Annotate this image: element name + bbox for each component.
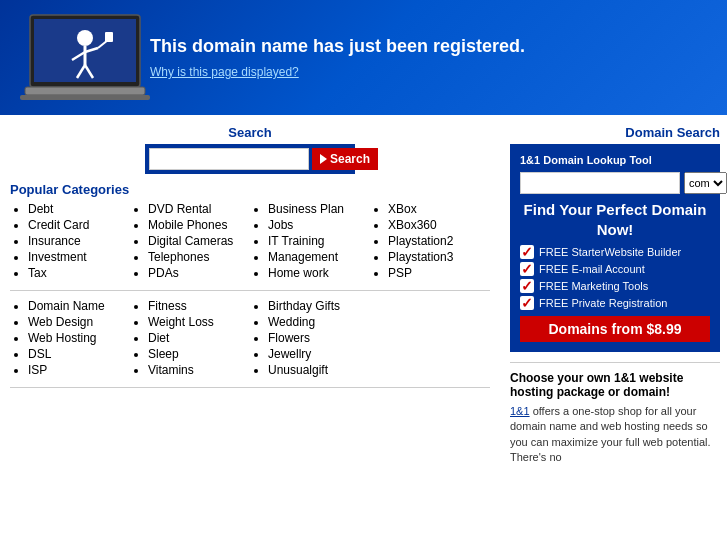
list-item: Birthday Gifts xyxy=(268,299,360,313)
list-item: Wedding xyxy=(268,315,360,329)
cat-list-1: Debt Credit Card Insurance Investment Ta… xyxy=(10,202,120,280)
list-item: PSP xyxy=(388,266,480,280)
domain-search-label: Domain Search xyxy=(510,125,720,140)
search-button[interactable]: Search xyxy=(312,148,378,170)
svg-rect-9 xyxy=(105,32,113,42)
feature-label-1: FREE StarterWebsite Builder xyxy=(539,246,681,258)
svg-point-2 xyxy=(77,30,93,46)
left-panel: Search Search Popular Categories Debt Cr… xyxy=(0,120,500,471)
list-item: ISP xyxy=(28,363,120,377)
hosting-section: Choose your own 1&1 website hosting pack… xyxy=(510,362,720,466)
hosting-body-text: offers a one-stop shop for all your doma… xyxy=(510,405,711,463)
search-label: Search xyxy=(10,125,490,140)
cat-col-5: Domain Name Web Design Web Hosting DSL I… xyxy=(10,299,130,379)
page-header: This domain name has just been registere… xyxy=(0,0,727,115)
list-item: DSL xyxy=(28,347,120,361)
right-panel: Domain Search 1&1 Domain Lookup Tool com… xyxy=(500,120,727,471)
divider-1 xyxy=(10,290,490,291)
categories-grid-1: Debt Credit Card Insurance Investment Ta… xyxy=(10,202,490,282)
feature-label-4: FREE Private Registration xyxy=(539,297,667,309)
domain-ext-select[interactable]: com net org info xyxy=(684,172,727,194)
domain-tagline: Find Your Perfect Domain Now! xyxy=(520,200,710,239)
feature-item-4: ✓ FREE Private Registration xyxy=(520,296,710,310)
checkmark-icon-1: ✓ xyxy=(520,245,534,259)
list-item: Home work xyxy=(268,266,360,280)
list-item: Fitness xyxy=(148,299,240,313)
list-item: XBox360 xyxy=(388,218,480,232)
list-item: Unusualgift xyxy=(268,363,360,377)
list-item: Credit Card xyxy=(28,218,120,232)
header-text-block: This domain name has just been registere… xyxy=(150,36,525,79)
domain-lookup-box: 1&1 Domain Lookup Tool com net org info … xyxy=(510,144,720,352)
search-arrow-icon xyxy=(320,154,327,164)
list-item: Insurance xyxy=(28,234,120,248)
search-box-wrapper: Search xyxy=(145,144,355,174)
header-title: This domain name has just been registere… xyxy=(150,36,525,57)
feature-label-2: FREE E-mail Account xyxy=(539,263,645,275)
checkmark-icon-3: ✓ xyxy=(520,279,534,293)
list-item: Investment xyxy=(28,250,120,264)
hosting-link[interactable]: 1&1 xyxy=(510,405,530,417)
main-container: Search Search Popular Categories Debt Cr… xyxy=(0,115,727,476)
cat-list-3: Business Plan Jobs IT Training Managemen… xyxy=(250,202,360,280)
list-item: Tax xyxy=(28,266,120,280)
list-item: Digital Cameras xyxy=(148,234,240,248)
svg-rect-11 xyxy=(20,95,150,100)
list-item: Web Design xyxy=(28,315,120,329)
list-item: Weight Loss xyxy=(148,315,240,329)
svg-rect-10 xyxy=(25,87,145,95)
checkmark-icon-2: ✓ xyxy=(520,262,534,276)
list-item: Playstation3 xyxy=(388,250,480,264)
search-section: Search Search xyxy=(10,125,490,174)
list-item: Debt xyxy=(28,202,120,216)
header-laptop-image xyxy=(20,10,150,105)
domain-lookup-title: 1&1 Domain Lookup Tool xyxy=(520,154,710,166)
header-subtitle-link[interactable]: Why is this page displayed? xyxy=(150,65,299,79)
search-input[interactable] xyxy=(149,148,309,170)
cat-list-6: Fitness Weight Loss Diet Sleep Vitamins xyxy=(130,299,240,377)
cat-list-5: Domain Name Web Design Web Hosting DSL I… xyxy=(10,299,120,377)
list-item: Vitamins xyxy=(148,363,240,377)
cat-list-4: XBox XBox360 Playstation2 Playstation3 P… xyxy=(370,202,480,280)
domain-text-input[interactable] xyxy=(520,172,680,194)
list-item: Sleep xyxy=(148,347,240,361)
list-item: Flowers xyxy=(268,331,360,345)
domain-input-row: com net org info Find xyxy=(520,172,710,194)
popular-categories-title: Popular Categories xyxy=(10,182,490,197)
list-item: Management xyxy=(268,250,360,264)
list-item: IT Training xyxy=(268,234,360,248)
feature-label-3: FREE Marketing Tools xyxy=(539,280,648,292)
list-item: XBox xyxy=(388,202,480,216)
checkmark-icon-4: ✓ xyxy=(520,296,534,310)
list-item: PDAs xyxy=(148,266,240,280)
list-item: Jewellry xyxy=(268,347,360,361)
cat-col-2: DVD Rental Mobile Phones Digital Cameras… xyxy=(130,202,250,282)
cat-list-7: Birthday Gifts Wedding Flowers Jewellry … xyxy=(250,299,360,377)
divider-2 xyxy=(10,387,490,388)
list-item: Mobile Phones xyxy=(148,218,240,232)
cat-col-1: Debt Credit Card Insurance Investment Ta… xyxy=(10,202,130,282)
feature-item-1: ✓ FREE StarterWebsite Builder xyxy=(520,245,710,259)
cat-col-7: Birthday Gifts Wedding Flowers Jewellry … xyxy=(250,299,370,379)
cat-col-3: Business Plan Jobs IT Training Managemen… xyxy=(250,202,370,282)
list-item: Playstation2 xyxy=(388,234,480,248)
hosting-title: Choose your own 1&1 website hosting pack… xyxy=(510,371,720,399)
list-item: Diet xyxy=(148,331,240,345)
list-item: Domain Name xyxy=(28,299,120,313)
search-button-label: Search xyxy=(330,152,370,166)
hosting-body: 1&1 offers a one-stop shop for all your … xyxy=(510,404,720,466)
domain-features-list: ✓ FREE StarterWebsite Builder ✓ FREE E-m… xyxy=(520,245,710,310)
cat-col-4: XBox XBox360 Playstation2 Playstation3 P… xyxy=(370,202,490,282)
list-item: DVD Rental xyxy=(148,202,240,216)
cat-col-6: Fitness Weight Loss Diet Sleep Vitamins xyxy=(130,299,250,379)
feature-item-2: ✓ FREE E-mail Account xyxy=(520,262,710,276)
list-item: Business Plan xyxy=(268,202,360,216)
list-item: Jobs xyxy=(268,218,360,232)
feature-item-3: ✓ FREE Marketing Tools xyxy=(520,279,710,293)
cat-list-2: DVD Rental Mobile Phones Digital Cameras… xyxy=(130,202,240,280)
domain-price-bar[interactable]: Domains from $8.99 xyxy=(520,316,710,342)
categories-grid-2: Domain Name Web Design Web Hosting DSL I… xyxy=(10,299,490,379)
list-item: Telephones xyxy=(148,250,240,264)
list-item: Web Hosting xyxy=(28,331,120,345)
